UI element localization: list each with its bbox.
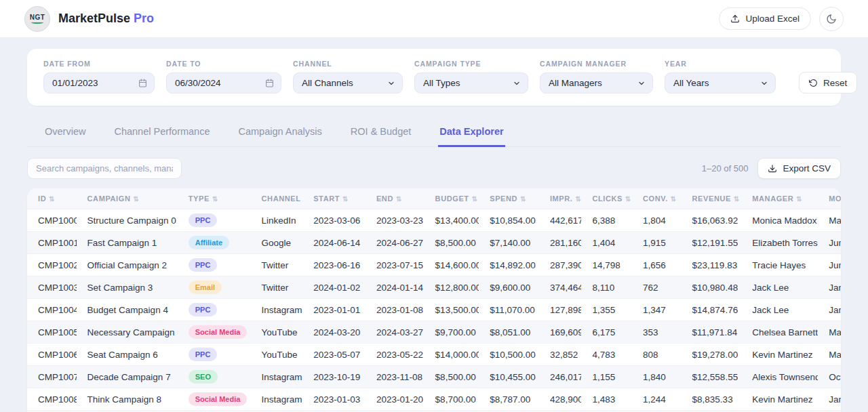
sort-icon[interactable]: ⇅ (212, 195, 218, 203)
cell-type: Social Media (178, 321, 251, 344)
cell-manager: Jack Lee (741, 276, 818, 299)
cell-budget: $14,000.00 (425, 344, 479, 366)
date-from-input[interactable] (52, 78, 134, 88)
cell-start: 2023-01-03 (302, 388, 366, 411)
table-row[interactable]: CMP1000Structure Campaign 0PPCLinkedIn20… (27, 209, 841, 232)
moon-icon (826, 14, 837, 24)
sort-icon[interactable]: ⇅ (520, 195, 526, 203)
table-row[interactable]: CMP1002Official Campaign 2PPCTwitter2023… (27, 254, 841, 276)
calendar-icon[interactable] (138, 79, 147, 87)
cell-impr: 442,617 (539, 209, 581, 232)
tab-data-explorer[interactable]: Data Explorer (438, 121, 505, 147)
sort-icon[interactable]: ⇅ (625, 195, 631, 203)
table-row[interactable]: CMP1003Set Campaign 3EmailTwitter2024-01… (27, 276, 841, 299)
reset-filters-button[interactable]: Reset (799, 72, 857, 94)
search-input[interactable] (27, 158, 182, 179)
cell-month: Jan (818, 276, 841, 299)
type-badge: Social Media (189, 325, 248, 338)
type-badge: PPC (189, 303, 218, 316)
filter-date-from: DATE FROM (43, 60, 155, 94)
cell-revenue: $14,874.76 (682, 299, 742, 321)
cell-impr: 169,609 (539, 321, 581, 344)
column-header-conv[interactable]: CONV.⇅ (632, 188, 682, 209)
column-header-impr[interactable]: IMPR.⇅ (539, 188, 581, 209)
sort-icon[interactable]: ⇅ (576, 195, 582, 203)
chevron-down-icon (513, 79, 521, 87)
data-table: ID⇅CAMPAIGN⇅TYPE⇅CHANNEL⇅START⇅END⇅BUDGE… (27, 188, 841, 412)
cell-spend: $14,892.00 (479, 254, 539, 276)
sort-icon[interactable]: ⇅ (396, 195, 402, 203)
table-row[interactable]: CMP1008Think Campaign 8Social MediaInsta… (27, 388, 841, 411)
cell-campaign: Think Campaign 8 (77, 388, 178, 411)
table-row[interactable]: CMP1005Necessary Campaign 5Social MediaY… (27, 321, 841, 344)
chevron-down-icon (387, 79, 395, 87)
column-header-id[interactable]: ID⇅ (27, 188, 77, 209)
sort-icon[interactable]: ⇅ (734, 195, 740, 203)
tab-campaign-analysis[interactable]: Campaign Analysis (237, 121, 323, 147)
filter-campaign-type: CAMPAIGN TYPE All Types (414, 60, 528, 94)
sort-icon[interactable]: ⇅ (342, 195, 349, 203)
cell-budget: $9,700.00 (425, 321, 479, 344)
cell-type: PPC (178, 209, 251, 232)
logo-text: NGT (30, 14, 45, 21)
cell-end: 2023-01-08 (366, 299, 425, 321)
cell-conv: 808 (632, 344, 682, 366)
upload-excel-button[interactable]: Upload Excel (719, 7, 811, 30)
column-header-revenue[interactable]: REVENUE⇅ (682, 188, 742, 209)
sort-icon[interactable]: ⇅ (671, 195, 677, 203)
sort-icon[interactable]: ⇅ (49, 195, 55, 203)
column-header-clicks[interactable]: CLICKS⇅ (581, 188, 632, 209)
brand-suffix: Pro (134, 12, 154, 25)
column-header-type[interactable]: TYPE⇅ (178, 188, 251, 209)
column-header-channel[interactable]: CHANNEL⇅ (251, 188, 303, 209)
sort-icon[interactable]: ⇅ (472, 195, 478, 203)
cell-type: Social Media (178, 388, 251, 411)
table-row[interactable]: CMP1004Budget Campaign 4PPCInstagram2023… (27, 299, 841, 321)
tab-roi-budget[interactable]: ROI & Budget (349, 121, 412, 147)
table-row[interactable]: CMP1001Fast Campaign 1AffiliateGoogle202… (27, 232, 841, 254)
cell-conv: 762 (632, 276, 682, 299)
column-header-budget[interactable]: BUDGET⇅ (425, 188, 479, 209)
cell-end: 2024-01-14 (366, 276, 425, 299)
cell-clicks: 6,388 (581, 209, 632, 232)
cell-manager: Elizabeth Torres (741, 232, 818, 254)
sort-icon[interactable]: ⇅ (133, 195, 139, 203)
year-select[interactable]: All Years (665, 73, 776, 94)
campaign-manager-select[interactable]: All Managers (540, 73, 653, 94)
cell-end: 2023-03-23 (366, 209, 425, 232)
column-header-spend[interactable]: SPEND⇅ (479, 188, 539, 209)
cell-type: PPC (178, 344, 251, 366)
column-header-end[interactable]: END⇅ (366, 188, 425, 209)
table-row[interactable]: CMP1007Decade Campaign 7SEOInstagram2023… (27, 366, 841, 388)
cell-end: 2023-05-22 (366, 344, 425, 366)
sort-icon[interactable]: ⇅ (796, 195, 802, 203)
data-table-card: ID⇅CAMPAIGN⇅TYPE⇅CHANNEL⇅START⇅END⇅BUDGE… (27, 188, 841, 412)
upload-icon (730, 14, 740, 24)
campaign-manager-value: All Managers (549, 78, 602, 88)
export-csv-button[interactable]: Export CSV (757, 158, 841, 179)
cell-budget: $13,500.00 (425, 299, 479, 321)
channel-value: All Channels (302, 78, 353, 88)
tab-overview[interactable]: Overview (43, 121, 87, 147)
column-header-campaign[interactable]: CAMPAIGN⇅ (77, 188, 178, 209)
tab-channel-performance[interactable]: Channel Performance (113, 121, 211, 147)
cell-clicks: 1,483 (581, 388, 632, 411)
cell-spend: $9,600.00 (479, 276, 539, 299)
cell-month: Jan (818, 299, 841, 321)
theme-toggle-button[interactable] (819, 7, 844, 31)
column-label: REVENUE (692, 194, 731, 203)
calendar-icon[interactable] (265, 79, 274, 87)
column-header-month[interactable]: MONTH⇅ (818, 188, 841, 209)
cell-budget: $8,500.00 (425, 232, 479, 254)
column-label: START (313, 194, 340, 203)
channel-select[interactable]: All Channels (293, 73, 403, 94)
table-row[interactable]: CMP1006Seat Campaign 6PPCYouTube2023-05-… (27, 344, 841, 366)
column-header-manager[interactable]: MANAGER⇅ (741, 188, 818, 209)
date-to-input[interactable] (175, 78, 261, 88)
type-badge: SEO (189, 370, 218, 383)
cell-revenue: $8,835.33 (682, 388, 742, 411)
campaign-type-select[interactable]: All Types (414, 73, 528, 94)
column-header-start[interactable]: START⇅ (302, 188, 366, 209)
cell-channel: Instagram (251, 366, 303, 388)
cell-clicks: 14,798 (581, 254, 632, 276)
